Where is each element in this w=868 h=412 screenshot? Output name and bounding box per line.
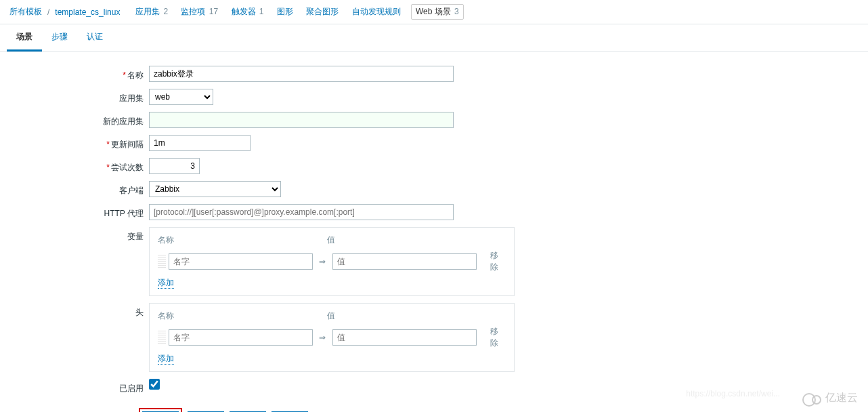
application-select[interactable]: web — [149, 89, 213, 105]
label-app: 应用集 — [0, 89, 149, 104]
variable-name-input[interactable] — [169, 253, 313, 270]
attempts-input[interactable] — [149, 158, 200, 174]
breadcrumb-web-current: Web 场景 3 — [411, 4, 464, 20]
breadcrumb-template[interactable]: template_cs_linux — [52, 6, 123, 18]
watermark-logo-icon — [802, 392, 821, 405]
watermark: 亿速云 — [802, 391, 858, 405]
arrow-icon: ⇒ — [313, 257, 332, 266]
var-col-name: 名称 — [158, 234, 327, 246]
tab-auth[interactable]: 认证 — [77, 24, 112, 52]
header-col-name: 名称 — [158, 310, 327, 322]
breadcrumb-items[interactable]: 监控项 17 — [178, 5, 221, 19]
watermark-url: https://blog.csdn.net/wei... — [686, 389, 780, 398]
label-headers: 头 — [0, 303, 149, 318]
header-remove-link[interactable]: 移除 — [490, 326, 506, 349]
header-col-value: 值 — [327, 310, 335, 322]
name-input[interactable] — [149, 66, 454, 82]
arrow-icon: ⇒ — [313, 333, 332, 342]
breadcrumb-applications[interactable]: 应用集 2 — [133, 5, 171, 19]
header-add-link[interactable]: 添加 — [158, 354, 174, 365]
drag-handle-icon[interactable] — [158, 331, 166, 344]
tabs: 场景 步骤 认证 — [0, 24, 868, 52]
enabled-checkbox[interactable] — [149, 379, 160, 390]
button-row: 更新 克隆 删除 取消 — [0, 408, 868, 412]
label-enabled: 已启用 — [0, 379, 149, 394]
watermark-brand: 亿速云 — [825, 391, 858, 405]
tab-steps[interactable]: 步骤 — [42, 24, 77, 52]
proxy-input[interactable] — [149, 204, 454, 220]
update-button-highlight: 更新 — [139, 408, 182, 412]
breadcrumb-separator: / — [47, 7, 49, 17]
variables-panel: 名称 值 ⇒ 移除 添加 — [149, 227, 515, 296]
breadcrumb: 所有模板 / template_cs_linux 应用集 2 监控项 17 触发… — [0, 0, 868, 24]
var-col-value: 值 — [327, 234, 335, 246]
breadcrumb-all-templates[interactable]: 所有模板 — [7, 5, 45, 19]
variable-remove-link[interactable]: 移除 — [490, 250, 506, 273]
label-interval: *更新间隔 — [0, 135, 149, 150]
form-area: *名称 应用集 web 新的应用集 *更新间隔 *尝试次数 客户端 — [0, 52, 868, 412]
label-newapp: 新的应用集 — [0, 112, 149, 127]
variable-add-link[interactable]: 添加 — [158, 278, 174, 289]
header-value-input[interactable] — [332, 329, 477, 346]
new-application-input[interactable] — [149, 112, 454, 128]
label-name: *名称 — [0, 66, 149, 81]
header-name-input[interactable] — [169, 329, 313, 346]
drag-handle-icon[interactable] — [158, 255, 166, 268]
variable-value-input[interactable] — [332, 253, 477, 270]
breadcrumb-graphs[interactable]: 图形 — [274, 5, 296, 19]
label-agent: 客户端 — [0, 181, 149, 197]
breadcrumb-discovery[interactable]: 自动发现规则 — [349, 5, 404, 19]
headers-panel: 名称 值 ⇒ 移除 添加 — [149, 303, 515, 372]
breadcrumb-screens[interactable]: 聚合图形 — [303, 5, 341, 19]
label-attempts: *尝试次数 — [0, 158, 149, 173]
label-variables: 变量 — [0, 227, 149, 243]
interval-input[interactable] — [149, 135, 251, 151]
label-proxy: HTTP 代理 — [0, 204, 149, 220]
tab-scenario[interactable]: 场景 — [7, 24, 42, 52]
agent-select[interactable]: Zabbix — [149, 181, 281, 197]
breadcrumb-triggers[interactable]: 触发器 1 — [229, 5, 267, 19]
